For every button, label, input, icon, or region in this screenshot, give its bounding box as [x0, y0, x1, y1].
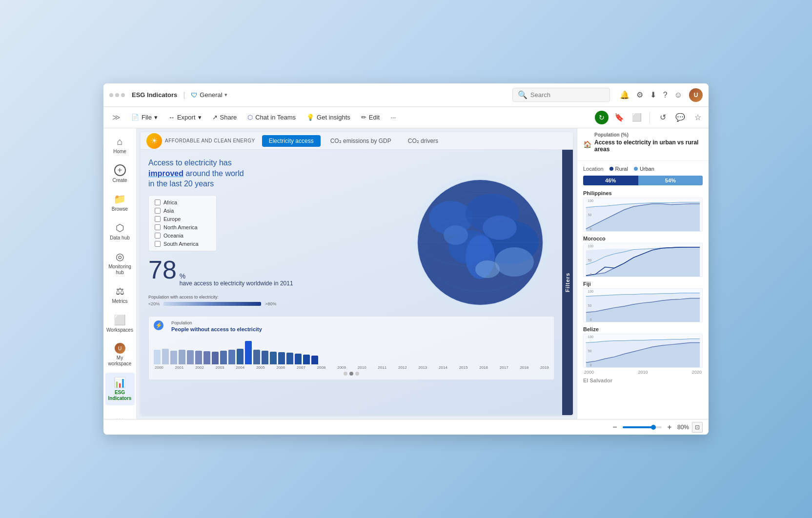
- tab-co2-drivers[interactable]: CO₂ drivers: [401, 135, 445, 147]
- app-name: ESG Indicators: [132, 91, 177, 99]
- sidebar-item-monitoring[interactable]: ◎ Monitoring hub: [105, 247, 135, 279]
- rural-label: Rural: [615, 166, 628, 172]
- chat-teams-btn[interactable]: ⬡ Chat in Teams: [243, 111, 301, 123]
- split-bar: 46% 54%: [583, 176, 703, 185]
- bar-2019: [311, 356, 318, 364]
- more-toolbar-btn[interactable]: ···: [386, 111, 401, 123]
- globe-container: [402, 164, 558, 320]
- population-gradient-bar: [163, 302, 261, 306]
- report-card: ☀ AFFORDABLE AND CLEAN ENERGY Electricit…: [141, 132, 573, 415]
- lightning-icon: ⚡: [154, 320, 163, 330]
- sdg-label: AFFORDABLE AND CLEAN ENERGY: [165, 138, 255, 143]
- emoji-icon[interactable]: ☺: [674, 91, 682, 100]
- house-icon: 🏠: [583, 140, 591, 148]
- zoom-percentage: 80%: [677, 424, 689, 431]
- sidebar-item-home[interactable]: ⌂ Home: [105, 132, 135, 159]
- edit-icon: ✏: [361, 114, 366, 121]
- workspace-selector[interactable]: 🛡 General ▾: [191, 91, 227, 99]
- bar-2015: [278, 352, 285, 364]
- sidebar-item-browse-label: Browse: [112, 206, 128, 212]
- comment-btn[interactable]: 💬: [673, 111, 687, 124]
- export-icon: ↔: [168, 114, 175, 121]
- file-btn[interactable]: 📄 File ▾: [126, 111, 162, 123]
- checkbox-africa[interactable]: [155, 199, 161, 205]
- sidebar-item-esg[interactable]: 📊 ESGIndicators: [105, 373, 135, 405]
- search-input[interactable]: [530, 91, 605, 99]
- main-content: ⌂ Home + Create 📁 Browse ⬡ Data hub ◎ Mo…: [103, 128, 709, 419]
- svg-point-10: [495, 247, 534, 277]
- svg-marker-32: [586, 339, 700, 367]
- app-window: ESG Indicators | 🛡 General ▾ 🔍 🔔 ⚙ ⬇ ? ☺…: [103, 83, 709, 435]
- rural-bar: 46%: [583, 176, 638, 185]
- mini-chart-morocco: Morocco 100 50: [583, 236, 703, 277]
- share-btn[interactable]: ↗ Share: [207, 111, 242, 123]
- legend-south-america: South America: [155, 241, 210, 247]
- teams-icon: ⬡: [247, 114, 253, 121]
- sidebar-item-more[interactable]: ··· More...: [105, 409, 135, 419]
- sidebar-item-create-label: Create: [112, 178, 127, 183]
- sidebar-item-browse[interactable]: 📁 Browse: [105, 189, 135, 216]
- checkbox-oceania[interactable]: [155, 233, 161, 239]
- avatar[interactable]: U: [689, 88, 703, 102]
- urban-dot: [634, 167, 638, 171]
- filter-panel-header: 🏠 Population (%) Access to electricity i…: [577, 128, 709, 161]
- tab-co2-gdp[interactable]: CO₂ emissions by GDP: [324, 135, 398, 147]
- checkbox-europe[interactable]: [155, 216, 161, 222]
- svg-text:0: 0: [590, 363, 592, 367]
- sidebar-item-myworkspace[interactable]: U My workspace: [105, 339, 135, 371]
- sidebar-item-datahub[interactable]: ⬡ Data hub: [105, 218, 135, 245]
- bar-2011: [245, 341, 252, 364]
- bar-2017: [295, 354, 302, 364]
- insights-btn[interactable]: 💡 Get insights: [302, 111, 355, 123]
- metrics-icon: ⚖: [116, 285, 124, 297]
- bar-2004: [187, 350, 194, 364]
- tab-electricity-label: Electricity access: [269, 138, 314, 144]
- notification-icon[interactable]: 🔔: [620, 90, 629, 100]
- checkbox-asia[interactable]: [155, 208, 161, 214]
- view-btn[interactable]: ⬜: [630, 111, 644, 124]
- tab-electricity[interactable]: Electricity access: [262, 135, 321, 147]
- report-area: ☀ AFFORDABLE AND CLEAN ENERGY Electricit…: [137, 128, 709, 419]
- sdg-sun-icon: ☀: [146, 133, 162, 149]
- edit-btn[interactable]: ✏ Edit: [356, 111, 385, 123]
- download-icon[interactable]: ⬇: [650, 90, 656, 100]
- checkbox-north-america[interactable]: [155, 224, 161, 230]
- report-tabs: ☀ AFFORDABLE AND CLEAN ENERGY Electricit…: [141, 132, 573, 150]
- zoom-in-btn[interactable]: +: [665, 422, 674, 432]
- zoom-out-btn[interactable]: −: [610, 422, 620, 432]
- report-main: ☀ AFFORDABLE AND CLEAN ENERGY Electricit…: [137, 128, 577, 419]
- legend-asia: Asia: [155, 208, 210, 214]
- checkbox-south-america[interactable]: [155, 241, 161, 247]
- zoom-slider[interactable]: [623, 426, 662, 428]
- expand-btn[interactable]: ≫: [107, 110, 125, 124]
- fit-btn[interactable]: ⊡: [692, 422, 703, 433]
- filters-tab[interactable]: Filters: [562, 150, 573, 415]
- report-body: Access to electricity hasimproved around…: [141, 150, 573, 415]
- filters-tab-label: Filters: [565, 273, 570, 292]
- star-btn[interactable]: ☆: [691, 111, 705, 124]
- bookmark-btn[interactable]: 🔖: [612, 111, 626, 124]
- bar-2013: [262, 351, 268, 364]
- sidebar-item-esg-label: ESGIndicators: [108, 390, 132, 401]
- more-icon: ···: [116, 413, 124, 419]
- monitoring-icon: ◎: [116, 251, 124, 262]
- x-axis-start: 2000: [584, 370, 594, 375]
- sidebar-item-myworkspace-label: My workspace: [108, 355, 132, 367]
- export-btn[interactable]: ↔ Export ▾: [163, 111, 206, 123]
- filter-panel: 🏠 Population (%) Access to electricity i…: [577, 128, 709, 419]
- help-icon[interactable]: ?: [663, 91, 668, 100]
- workspace-chevron-icon: ▾: [224, 92, 227, 98]
- back-btn[interactable]: ↺: [656, 111, 670, 124]
- svg-text:100: 100: [588, 244, 594, 248]
- settings-icon[interactable]: ⚙: [636, 90, 643, 100]
- rural-dot: [609, 167, 613, 171]
- esg-icon: 📊: [114, 377, 126, 388]
- refresh-btn[interactable]: ↻: [595, 111, 609, 124]
- sidebar-item-workspaces[interactable]: ⬜ Workspaces: [105, 310, 135, 337]
- region-legend: Africa Asia Europe: [148, 195, 217, 251]
- sidebar-item-metrics[interactable]: ⚖ Metrics: [105, 281, 135, 308]
- chart-section-label: Population: [171, 320, 262, 325]
- myworkspace-icon: U: [115, 343, 125, 354]
- search-box[interactable]: 🔍: [512, 88, 610, 102]
- sidebar-item-create[interactable]: + Create: [105, 160, 135, 187]
